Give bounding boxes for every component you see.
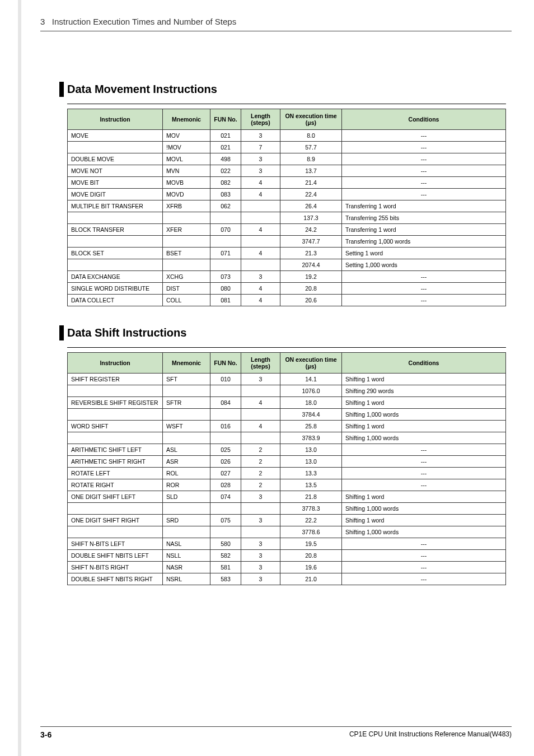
cell-instruction: SINGLE WORD DISTRIBUTE [68,283,163,295]
cell-mnemonic: MOVB [163,177,210,189]
cell-conditions: --- [342,573,506,585]
cell-fun-no: 075 [210,515,241,526]
cell-fun-no: 070 [210,224,241,236]
cell-conditions: Shifting 1 word [342,515,506,526]
cell-mnemonic: !MOV [163,142,210,153]
table-row: BLOCK TRANSFERXFER070424.2Transferring 1… [68,224,506,236]
cell-fun-no: 083 [210,189,241,200]
cell-length: 4 [241,397,280,409]
cell-mnemonic: ASR [163,456,210,468]
cell-on-exec: 3778.3 [280,503,342,515]
cell-mnemonic: XCHG [163,271,210,283]
cell-length: 3 [241,538,280,550]
cell-conditions: --- [342,468,506,479]
cell-conditions: Shifting 1 word [342,397,506,409]
table-row: MOVE DIGITMOVD083422.4--- [68,189,506,200]
cell-mnemonic: DIST [163,283,210,295]
cell-on-exec: 20.8 [280,550,342,562]
page-header: 3 Instruction Execution Times and Number… [0,0,534,31]
cell-instruction: DOUBLE MOVE [68,153,163,165]
cell-on-exec: 13.7 [280,165,342,177]
cell-length: 3 [241,550,280,562]
cell-instruction: SHIFT N-BITS LEFT [68,538,163,550]
cell-mnemonic: NSLL [163,550,210,562]
table-row: !MOV021757.7--- [68,142,506,153]
cell-length [241,432,280,444]
cell-mnemonic [163,526,210,538]
cell-instruction: MOVE NOT [68,165,163,177]
table-row: DATA EXCHANGEXCHG073319.2--- [68,271,506,283]
cell-conditions: Transferring 1 word [342,200,506,212]
cell-mnemonic: NASR [163,562,210,573]
cell-length: 4 [241,189,280,200]
cell-fun-no: 084 [210,397,241,409]
cell-mnemonic: NASL [163,538,210,550]
cell-instruction [68,503,163,515]
cell-fun-no: 062 [210,200,241,212]
table-row: SHIFT N-BITS LEFTNASL580319.5--- [68,538,506,550]
data-movement-table: Instruction Mnemonic FUN No. Length (ste… [67,109,506,306]
cell-fun-no [210,409,241,421]
table-header-row: Instruction Mnemonic FUN No. Length (ste… [68,353,506,374]
cell-length: 4 [241,224,280,236]
cell-conditions: --- [342,153,506,165]
cell-length: 3 [241,130,280,142]
cell-instruction: ROTATE LEFT [68,468,163,479]
content: Data Movement Instructions Instruction M… [0,31,534,585]
cell-fun-no [210,432,241,444]
cell-fun-no: 025 [210,444,241,456]
table-row: MULTIPLE BIT TRANSFERXFRB06226.4Transfer… [68,200,506,212]
cell-fun-no: 026 [210,456,241,468]
cell-on-exec: 19.6 [280,562,342,573]
cell-on-exec: 57.7 [280,142,342,153]
cell-mnemonic: MVN [163,165,210,177]
cell-instruction: ROTATE RIGHT [68,479,163,491]
cell-conditions: Shifting 1,000 words [342,526,506,538]
cell-conditions: --- [342,295,506,306]
cell-conditions: Shifting 1 word [342,421,506,432]
cell-instruction: DOUBLE SHIFT NBITS LEFT [68,550,163,562]
table-row: 137.3Transferring 255 bits [68,212,506,224]
col-conditions: Conditions [342,109,506,130]
cell-conditions: Setting 1 word [342,248,506,259]
cell-mnemonic: WSFT [163,421,210,432]
cell-length: 2 [241,444,280,456]
table-row: 3778.3Shifting 1,000 words [68,503,506,515]
cell-fun-no: 016 [210,421,241,432]
col-mnemonic: Mnemonic [163,353,210,374]
cell-on-exec: 1076.0 [280,385,342,397]
cell-mnemonic: ROL [163,468,210,479]
cell-conditions: Setting 1,000 words [342,259,506,271]
cell-fun-no: 081 [210,295,241,306]
table-row: BLOCK SETBSET071421.3Setting 1 word [68,248,506,259]
table-row: MOVE BITMOVB082421.4--- [68,177,506,189]
cell-on-exec: 3747.7 [280,236,342,248]
cell-mnemonic: ASL [163,444,210,456]
cell-instruction [68,259,163,271]
cell-instruction: REVERSIBLE SHIFT REGISTER [68,397,163,409]
col-length: Length (steps) [241,353,280,374]
cell-fun-no [210,385,241,397]
col-mnemonic: Mnemonic [163,109,210,130]
table-row: DOUBLE MOVEMOVL49838.9--- [68,153,506,165]
cell-on-exec: 2074.4 [280,259,342,271]
cell-length [241,212,280,224]
cell-mnemonic: XFRB [163,200,210,212]
cell-conditions: Shifting 1 word [342,491,506,503]
cell-on-exec: 19.2 [280,271,342,283]
cell-fun-no: 021 [210,142,241,153]
cell-length: 4 [241,421,280,432]
cell-conditions: Shifting 290 words [342,385,506,397]
cell-fun-no: 073 [210,271,241,283]
cell-on-exec: 8.0 [280,130,342,142]
cell-fun-no: 580 [210,538,241,550]
table-row: 3783.9Shifting 1,000 words [68,432,506,444]
cell-mnemonic: BSET [163,248,210,259]
cell-conditions: --- [342,479,506,491]
cell-on-exec: 20.6 [280,295,342,306]
table-row: MOVE NOTMVN022313.7--- [68,165,506,177]
cell-length: 2 [241,468,280,479]
cell-conditions: --- [342,550,506,562]
cell-instruction [68,409,163,421]
table-row: ONE DIGIT SHIFT RIGHTSRD075322.2Shifting… [68,515,506,526]
